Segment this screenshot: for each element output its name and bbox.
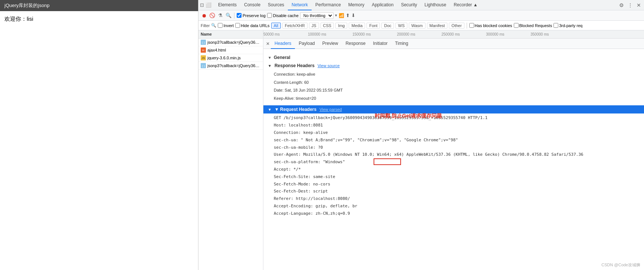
preserve-log-text: Preserve log (243, 13, 266, 18)
blocked-requests-checkbox[interactable] (514, 23, 519, 28)
annotation-text: 时间戳 防止Get请求缓存问题 (375, 113, 442, 119)
devtools-icons: ⚙ ⋮ ✕ (618, 2, 643, 8)
tab-payload[interactable]: Payload (295, 39, 318, 49)
invert-checkbox[interactable] (218, 23, 223, 28)
devtools-tab-bar: ⊡ ⬜ Elements Console Sources Network Per… (198, 0, 644, 10)
devtools-panel: ⊡ ⬜ Elements Console Sources Network Per… (198, 0, 644, 270)
tab-timing[interactable]: Timing (391, 39, 412, 49)
tab-recorder[interactable]: Recorder ▲ (450, 0, 482, 10)
tab-response[interactable]: Response (342, 39, 369, 49)
hide-data-urls-check[interactable]: Hide data URLs (235, 23, 270, 28)
download-icon[interactable]: ⬇ (351, 13, 355, 18)
filter-all[interactable]: All (271, 23, 281, 29)
search-icon[interactable]: 🔍 (225, 12, 232, 19)
response-headers-header: ▼ Response Headers View source (268, 63, 640, 68)
view-source-link[interactable]: View source (318, 63, 340, 68)
filter-css[interactable]: CSS (321, 23, 334, 29)
throttle-select[interactable]: No throttling (300, 12, 334, 19)
wifi-icon[interactable]: 📶 (339, 13, 344, 18)
file-name-1: jsonp3?callback=jQuery36005... (207, 40, 261, 45)
header-val: timeout=20 (296, 96, 316, 101)
filter-font[interactable]: Font (367, 23, 380, 29)
upload-icon[interactable]: ⬆ (346, 13, 350, 18)
filter-manifest[interactable]: Manifest (427, 23, 448, 29)
list-item[interactable]: JS jquery-3.6.0.min.js (198, 54, 263, 62)
filter-bar: Filter 🔍 Invert Hide data URLs All Fetch… (198, 21, 644, 30)
tab-sources[interactable]: Sources (264, 0, 288, 10)
view-parsed-link[interactable]: View parsed (319, 107, 342, 112)
general-section-header[interactable]: ▼ General (268, 55, 640, 60)
list-item[interactable]: H ajax4.html (198, 46, 263, 54)
main-content: { } jsonp3?callback=jQuery36005... H aja… (198, 39, 644, 270)
page-title: jQuery库封装的jsonp (0, 0, 198, 11)
request-line-6: User-Agent: Mozilla/5.0 (Windows NT 10.0… (274, 151, 634, 158)
tab-security[interactable]: Security (397, 0, 421, 10)
list-item[interactable]: { } jsonp3?callback=jQuery36009... (198, 62, 263, 70)
disable-cache-label[interactable]: Disable cache (267, 13, 299, 18)
inspect-icon[interactable]: ⊡ (200, 2, 204, 8)
list-item[interactable]: { } jsonp3?callback=jQuery36005... (198, 39, 263, 46)
close-devtools-icon[interactable]: ✕ (635, 2, 643, 8)
file-list: { } jsonp3?callback=jQuery36005... H aja… (198, 39, 263, 270)
disable-cache-checkbox[interactable] (267, 13, 272, 18)
filter-divider (467, 23, 467, 29)
tab-initiator[interactable]: Initiator (369, 39, 391, 49)
filter-img[interactable]: Img (335, 23, 347, 29)
filter-media[interactable]: Media (349, 23, 365, 29)
filter-js[interactable]: JS (309, 23, 319, 29)
request-line-5: sec-ch-ua-mobile: ?0 (274, 144, 634, 151)
tick-150000: 150000 ms (352, 32, 371, 36)
tab-elements[interactable]: Elements (214, 0, 240, 10)
request-headers-label: ▼ Request Headers (275, 107, 316, 112)
third-party-label: 3rd-party req (559, 23, 582, 28)
tab-preview[interactable]: Preview (319, 39, 342, 49)
filter-ws[interactable]: WS (395, 23, 407, 29)
third-party-check[interactable]: 3rd-party req (553, 23, 582, 28)
filter-label: Filter (201, 23, 210, 28)
tab-network[interactable]: Network (288, 0, 312, 10)
file-name-3: jquery-3.6.0.min.js (207, 56, 241, 60)
record-button[interactable]: ⏺ (201, 12, 207, 19)
tick-250000: 250000 ms (441, 32, 460, 36)
invert-check[interactable]: Invert (218, 23, 234, 28)
tab-headers[interactable]: Headers (271, 39, 295, 49)
request-line-9: Sec-Fetch-Site: same-site (274, 173, 634, 181)
settings-icon[interactable]: ⚙ (618, 2, 625, 8)
third-party-checkbox[interactable] (553, 23, 558, 28)
tick-200000: 200000 ms (397, 32, 415, 36)
filter-wasm[interactable]: Wasm (409, 23, 426, 29)
tab-lighthouse[interactable]: Lighthouse (421, 0, 450, 10)
has-blocked-cookies-check[interactable]: Has blocked cookies (469, 23, 512, 28)
tab-memory[interactable]: Memory (345, 0, 368, 10)
tab-application[interactable]: Application (368, 0, 397, 10)
has-blocked-cookies-checkbox[interactable] (469, 23, 474, 28)
toolbar-divider-1 (234, 13, 234, 19)
header-val: keep-alive (297, 72, 315, 76)
responsive-icon[interactable]: ⬜ (206, 2, 211, 8)
request-line-10: Sec-Fetch-Mode: no-cors (274, 181, 634, 188)
tab-console[interactable]: Console (240, 0, 264, 10)
more-icon[interactable]: ⋮ (626, 2, 634, 8)
preserve-log-label[interactable]: Preserve log (237, 13, 266, 18)
details-tab-bar: ✕ Headers Payload Preview Response Initi… (263, 39, 644, 49)
tab-performance[interactable]: Performance (312, 0, 345, 10)
preserve-log-checkbox[interactable] (237, 13, 242, 18)
close-details-button[interactable]: ✕ (265, 41, 271, 47)
header-val: 60 (304, 80, 309, 85)
blocked-requests-check[interactable]: Blocked Requests (514, 23, 552, 28)
clear-button[interactable]: 🚫 (209, 12, 216, 19)
timeline-header: Name 50000 ms 100000 ms 150000 ms 200000… (198, 30, 644, 39)
filter-doc[interactable]: Doc (381, 23, 394, 29)
html-icon: H (201, 47, 206, 53)
blocked-requests-label: Blocked Requests (519, 23, 552, 28)
hide-data-urls-checkbox[interactable] (235, 23, 240, 28)
throttle-icon[interactable]: ▾ (335, 13, 337, 18)
request-line-12: Referer: http://localhost:8080/ (274, 195, 634, 202)
header-key: Date: (274, 88, 283, 92)
general-arrow: ▼ (268, 56, 272, 60)
header-val: Sat, 18 Jun 2022 05:15:59 GMT (285, 88, 343, 92)
filter-icon[interactable]: ⚗ (217, 12, 224, 19)
filter-other[interactable]: Other (449, 23, 464, 29)
filter-fetch-xhr[interactable]: Fetch/XHR (282, 23, 308, 29)
filter-search-icon: 🔍 (211, 23, 216, 28)
